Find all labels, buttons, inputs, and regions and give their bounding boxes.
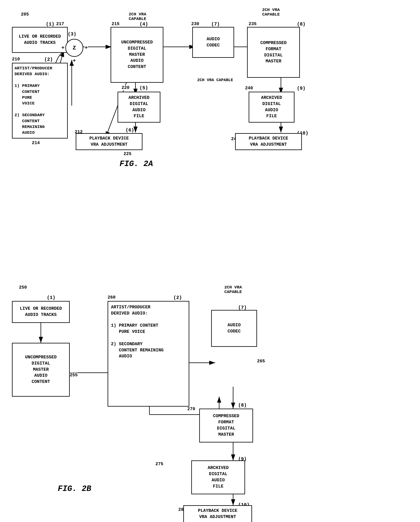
uncompressed-box-a: UNCOMPRESSEDDIGITALMASTERAUDIOCONTENT xyxy=(111,27,163,83)
playback-label-a1: PLAYBACK DEVICEVRA ADJUSTMENT xyxy=(89,136,129,148)
step-7b: (7) xyxy=(238,305,247,310)
badge-2ch-vra-b: 2CH VRACAPABLE xyxy=(245,8,297,17)
plus-left: + xyxy=(61,45,65,51)
artist-producer-box-a: ARTIST/PRODUCERDERIVED AUDIO: 1) PRIMARY… xyxy=(12,63,68,138)
playback-box-b: PLAYBACK DEVICEVRA ADJUSTMENT xyxy=(183,505,252,522)
archived-label-a2: ARCHIVEDDIGITALAUDIOFILE xyxy=(261,95,282,119)
step-6a: (6) xyxy=(126,128,134,133)
step-8a: (8) xyxy=(297,22,305,27)
archived-box-a1: ARCHIVEDDIGITALAUDIOFILE xyxy=(118,92,160,123)
playback-label-b: PLAYBACK DEVICEVRA ADJUSTMENT xyxy=(198,508,237,520)
audio-codec-label-a: AUDIOCODEC xyxy=(207,36,220,49)
uncompressed-label-b: UNCOMPRESSEDDIGITALMASTERAUDIOCONTENT xyxy=(25,354,57,385)
ref-260: 260 xyxy=(107,295,115,300)
ref-217: 217 xyxy=(56,22,64,26)
uncompressed-label-a: UNCOMPRESSEDDIGITALMASTERAUDIOCONTENT xyxy=(121,39,153,70)
ref-215: 215 xyxy=(112,22,120,26)
step-4a: (4) xyxy=(139,22,148,27)
archived-box-b: ARCHIVEDDIGITALAUDIOFILE xyxy=(191,461,245,494)
ref-250: 250 xyxy=(19,285,27,290)
artist-producer-label-a: ARTIST/PRODUCERDERIVED AUDIO: 1) PRIMARY… xyxy=(15,65,52,136)
ref-235: 235 xyxy=(249,22,257,26)
circle-z-label: Z xyxy=(73,45,76,51)
compressed-box-b: COMPRESSEDFORMATDIGITALMASTER xyxy=(199,409,253,443)
audio-codec-label-b: AUDIOCODEC xyxy=(228,322,241,335)
diagram-container: 205 (1) LIVE OR RECORDEDAUDIO TRACKS 210… xyxy=(0,0,420,522)
step-7a: (7) xyxy=(211,22,220,27)
step-9a: (9) xyxy=(297,86,305,91)
live-recorded-label-b: LIVE OR RECORDEDAUDIO TRACKS xyxy=(20,306,62,318)
archived-box-a2: ARCHIVEDDIGITALAUDIOFILE xyxy=(249,92,294,123)
playback-label-a2: PLAYBACK DEVICEVRA ADJUSTMENT xyxy=(249,136,288,148)
step-2b: (2) xyxy=(173,295,182,300)
archived-label-a1: ARCHIVEDDIGITALAUDIOFILE xyxy=(129,95,150,119)
uncompressed-box-b: UNCOMPRESSEDDIGITALMASTERAUDIOCONTENT xyxy=(12,343,70,397)
ref-210: 210 xyxy=(12,57,20,62)
playback-box-a1: PLAYBACK DEVICEVRA ADJUSTMENT xyxy=(76,133,142,150)
step-3a: (3) xyxy=(68,31,76,37)
artist-producer-label-b: ARTIST/PRODUCERDERIVED AUDIO: 1) PRIMARY… xyxy=(111,304,164,360)
fig-2a-label: FIG. 2A xyxy=(120,160,153,169)
audio-codec-box-b: AUDIOCODEC xyxy=(211,310,257,347)
live-recorded-box-b: LIVE OR RECORDEDAUDIO TRACKS xyxy=(12,301,70,323)
live-recorded-label-a: LIVE OR RECORDEDAUDIO TRACKS xyxy=(19,34,61,46)
artist-producer-box-b: ARTIST/PRODUCERDERIVED AUDIO: 1) PRIMARY… xyxy=(107,301,189,407)
ref-255: 255 xyxy=(70,373,78,378)
plus-right: + xyxy=(85,45,88,51)
step-8b: (8) xyxy=(238,403,247,408)
plus-bottom: + xyxy=(73,58,76,64)
circle-z: Z xyxy=(65,39,83,57)
badge-2ch-vra-c: 2CH VRA CAPABLE xyxy=(197,78,233,82)
ref-270: 270 xyxy=(187,407,195,412)
ref-205: 205 xyxy=(21,12,29,17)
ref-225: 225 xyxy=(123,152,131,156)
ref-214: 214 xyxy=(32,140,40,146)
step-1b: (1) xyxy=(47,295,55,300)
compressed-label-b: COMPRESSEDFORMATDIGITALMASTER xyxy=(213,413,239,438)
fig-2b-label: FIG. 2B xyxy=(58,484,91,493)
ref-220: 220 xyxy=(122,85,130,90)
ref-240: 240 xyxy=(245,86,253,91)
ref-265: 265 xyxy=(257,359,265,364)
compressed-box-a: COMPRESSEDFORMATDIGITALMASTER xyxy=(247,27,300,78)
audio-codec-box-a: AUDIOCODEC xyxy=(192,27,234,58)
badge-2ch-vra-b2: 2CH VRACAPABLE xyxy=(211,285,255,294)
playback-box-a2: PLAYBACK DEVICEVRA ADJUSTMENT xyxy=(235,133,302,150)
compressed-label-a: COMPRESSEDFORMATDIGITALMASTER xyxy=(260,40,287,65)
step-2a: (2) xyxy=(44,57,53,62)
step-1a: (1) xyxy=(46,22,54,27)
live-recorded-box-a: LIVE OR RECORDEDAUDIO TRACKS xyxy=(12,27,68,53)
badge-2ch-vra-a: 2CH VRACAPABLE xyxy=(112,12,163,21)
step-5a: (5) xyxy=(139,85,148,91)
archived-label-b: ARCHIVEDDIGITALAUDIOFILE xyxy=(208,465,229,490)
ref-275: 275 xyxy=(155,462,163,467)
ref-230: 230 xyxy=(191,22,199,26)
